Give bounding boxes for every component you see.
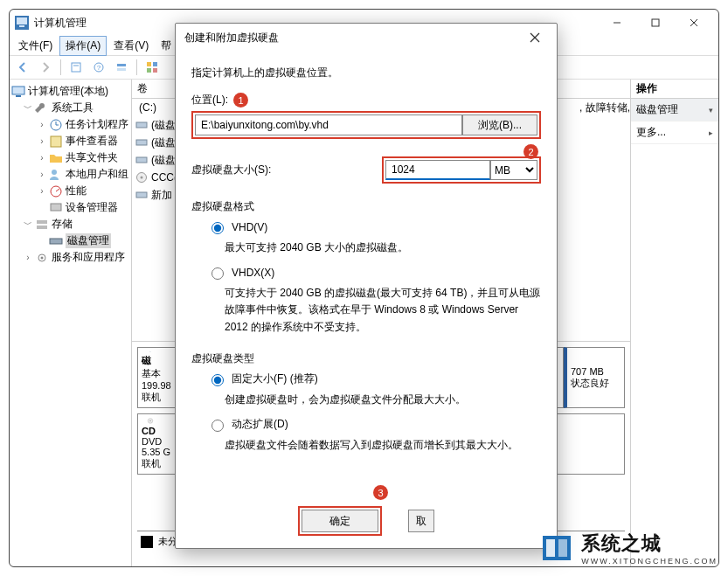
svg-rect-12 (117, 68, 126, 71)
computer-icon (11, 85, 25, 99)
svg-rect-1 (17, 17, 27, 24)
toolbar-back[interactable] (13, 58, 32, 77)
svg-rect-16 (153, 68, 157, 73)
svg-rect-34 (136, 140, 147, 145)
device-icon (49, 201, 63, 215)
ok-button[interactable]: 确定 (302, 510, 378, 532)
menu-help[interactable]: 帮 (156, 37, 177, 55)
dialog-title: 创建和附加虚拟硬盘 (184, 31, 522, 45)
radio-dynamic[interactable]: 动态扩展(D) (207, 417, 541, 432)
svg-point-41 (149, 420, 150, 421)
menu-file[interactable]: 文件(F) (13, 37, 58, 55)
location-input[interactable] (195, 115, 462, 135)
svg-rect-17 (12, 87, 24, 94)
chevron-right-icon: ▸ (709, 128, 713, 137)
svg-rect-27 (37, 220, 47, 224)
cancel-button[interactable]: 取 (408, 510, 434, 532)
tree-diskmgmt[interactable]: 磁盘管理 (38, 232, 129, 249)
fixed-desc: 创建虚拟硬盘时，会为虚拟硬盘文件分配最大大小。 (225, 392, 541, 408)
disk-icon (49, 234, 63, 248)
watermark-text: 系统之城 (581, 531, 718, 557)
wrench-icon (35, 101, 49, 115)
svg-rect-38 (136, 192, 147, 198)
partition[interactable]: 707 MB 状态良好 (564, 347, 625, 408)
svg-rect-7 (72, 63, 80, 72)
tree-root[interactable]: 计算机管理(本地) (11, 83, 129, 100)
tree-eventviewer[interactable]: ›事件查看器 (38, 133, 129, 149)
svg-rect-15 (147, 68, 151, 73)
tree-devmgr[interactable]: 设备管理器 (38, 199, 129, 216)
location-label: 位置(L): (191, 93, 228, 108)
svg-rect-39 (150, 351, 151, 352)
menu-action[interactable]: 操作(A) (59, 36, 107, 56)
chevron-up-icon: ▾ (709, 106, 713, 115)
svg-rect-4 (652, 19, 659, 26)
nav-tree: 计算机管理(本地) ﹀系统工具 ›任务计划程序 ›事件查看器 ›共享文件夹 ›本… (10, 80, 132, 566)
svg-rect-45 (546, 539, 555, 557)
svg-point-37 (141, 177, 143, 179)
minimize-button[interactable] (598, 10, 636, 35)
storage-icon (35, 218, 49, 232)
svg-point-31 (41, 256, 44, 259)
maximize-button[interactable] (636, 10, 675, 35)
cd-icon (135, 171, 148, 184)
radio-vhdx[interactable]: VHDX(X) (207, 265, 541, 280)
svg-rect-26 (51, 204, 61, 211)
watermark-logo-icon (537, 529, 576, 567)
eventlog-icon (49, 135, 63, 149)
browse-button[interactable]: 浏览(B)... (462, 115, 537, 135)
users-icon (49, 168, 63, 182)
svg-rect-13 (147, 62, 151, 66)
vhdx-desc: 可支持大于 2040 GB 的虚拟磁盘(最大可支持 64 TB)，并且可从电源故… (225, 285, 541, 336)
drive-icon (135, 154, 148, 166)
dialog-close-button[interactable] (522, 25, 548, 50)
svg-rect-11 (117, 64, 126, 66)
tree-perf[interactable]: ›性能 (38, 183, 129, 199)
svg-rect-2 (19, 25, 24, 27)
radio-vhd[interactable]: VHD(V) (207, 219, 541, 234)
window-title: 计算机管理 (34, 16, 87, 31)
gear-icon (35, 251, 49, 265)
toolbar-help-icon[interactable]: ? (89, 58, 108, 77)
tree-localusers[interactable]: ›本地用户和组 (38, 166, 129, 183)
folder-share-icon (49, 151, 63, 165)
clock-icon (49, 118, 63, 132)
tree-shared[interactable]: ›共享文件夹 (38, 149, 129, 166)
toolbar-forward[interactable] (36, 58, 55, 77)
actions-pane: 操作 磁盘管理▾ 更多...▸ (631, 80, 718, 566)
drive-icon (135, 189, 148, 201)
dialog-intro: 指定计算机上的虚拟硬盘位置。 (191, 66, 541, 80)
svg-rect-29 (50, 239, 62, 244)
callout-3: 3 (373, 485, 388, 500)
size-highlight: MB (382, 156, 541, 184)
watermark-url: WWW.XITONGCHENG.COM (581, 557, 718, 566)
app-icon (15, 16, 29, 30)
legend-swatch (141, 536, 153, 548)
actions-diskmgmt[interactable]: 磁盘管理▾ (631, 99, 718, 121)
tree-services[interactable]: ›服务和应用程序 (24, 249, 129, 266)
format-group-header: 虚拟硬盘格式 (191, 199, 541, 214)
toolbar-properties-icon[interactable] (66, 58, 86, 77)
svg-rect-28 (37, 226, 47, 229)
toolbar-view-icon[interactable] (112, 58, 131, 77)
actions-more[interactable]: 更多...▸ (631, 121, 718, 144)
svg-rect-35 (136, 157, 147, 163)
tree-storage[interactable]: ﹀存储 (24, 216, 129, 232)
type-group-header: 虚拟硬盘类型 (191, 351, 541, 366)
callout-1: 1 (233, 93, 248, 108)
actions-header: 操作 (631, 80, 718, 99)
dvd-icon (142, 418, 159, 424)
drive-icon (135, 119, 148, 131)
dynamic-desc: 虚拟硬盘文件会随着数据写入到虚拟硬盘而增长到其最大大小。 (225, 437, 541, 454)
radio-fixed[interactable]: 固定大小(F) (推荐) (207, 371, 541, 386)
svg-rect-46 (558, 539, 567, 557)
svg-point-23 (52, 170, 57, 175)
toolbar-views-icon[interactable] (142, 58, 162, 77)
size-unit-select[interactable]: MB (490, 160, 537, 180)
drive-icon (135, 136, 148, 149)
menu-view[interactable]: 查看(V) (108, 37, 154, 55)
tree-tasksched[interactable]: ›任务计划程序 (38, 116, 129, 133)
size-input[interactable] (385, 160, 490, 180)
tree-systools[interactable]: ﹀系统工具 (24, 100, 129, 116)
close-button[interactable] (675, 10, 713, 35)
